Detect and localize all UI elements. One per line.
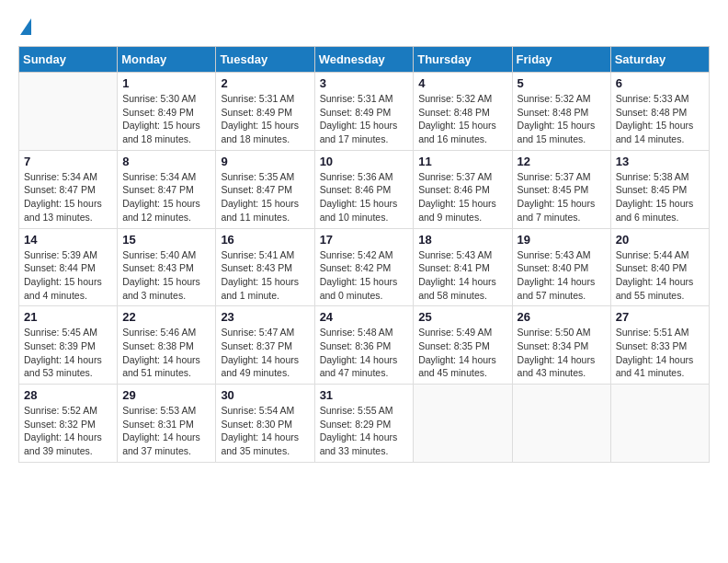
- calendar-cell: 19Sunrise: 5:43 AM Sunset: 8:40 PM Dayli…: [512, 228, 610, 306]
- day-number: 25: [418, 310, 506, 324]
- day-info: Sunrise: 5:44 AM Sunset: 8:40 PM Dayligh…: [616, 248, 704, 303]
- day-info: Sunrise: 5:42 AM Sunset: 8:42 PM Dayligh…: [320, 248, 409, 303]
- day-info: Sunrise: 5:52 AM Sunset: 8:32 PM Dayligh…: [24, 404, 112, 458]
- calendar-header-sunday: Sunday: [19, 47, 118, 73]
- day-info: Sunrise: 5:34 AM Sunset: 8:47 PM Dayligh…: [24, 170, 112, 224]
- day-info: Sunrise: 5:49 AM Sunset: 8:35 PM Dayligh…: [418, 326, 506, 380]
- logo: [18, 18, 31, 31]
- calendar-cell: 9Sunrise: 5:35 AM Sunset: 8:47 PM Daylig…: [216, 150, 314, 228]
- calendar-cell: 6Sunrise: 5:33 AM Sunset: 8:48 PM Daylig…: [610, 73, 709, 151]
- calendar-cell: 23Sunrise: 5:47 AM Sunset: 8:37 PM Dayli…: [216, 306, 314, 385]
- calendar-header-row: SundayMondayTuesdayWednesdayThursdayFrid…: [19, 47, 710, 73]
- day-info: Sunrise: 5:41 AM Sunset: 8:43 PM Dayligh…: [221, 248, 309, 303]
- day-info: Sunrise: 5:53 AM Sunset: 8:31 PM Dayligh…: [122, 404, 210, 458]
- calendar-header-monday: Monday: [118, 47, 216, 73]
- day-number: 20: [616, 233, 704, 247]
- calendar-cell: 26Sunrise: 5:50 AM Sunset: 8:34 PM Dayli…: [512, 306, 610, 385]
- calendar-cell: 1Sunrise: 5:30 AM Sunset: 8:49 PM Daylig…: [118, 73, 216, 151]
- calendar-cell: 30Sunrise: 5:54 AM Sunset: 8:30 PM Dayli…: [216, 385, 314, 463]
- day-info: Sunrise: 5:51 AM Sunset: 8:33 PM Dayligh…: [616, 326, 704, 380]
- calendar-cell: 25Sunrise: 5:49 AM Sunset: 8:35 PM Dayli…: [414, 306, 512, 385]
- calendar-cell: [610, 385, 709, 463]
- day-info: Sunrise: 5:43 AM Sunset: 8:41 PM Dayligh…: [418, 248, 506, 303]
- day-info: Sunrise: 5:54 AM Sunset: 8:30 PM Dayligh…: [221, 404, 309, 458]
- day-info: Sunrise: 5:43 AM Sunset: 8:40 PM Dayligh…: [518, 248, 606, 303]
- calendar-cell: [414, 385, 512, 463]
- day-number: 26: [518, 310, 606, 324]
- calendar-header-tuesday: Tuesday: [216, 47, 314, 73]
- day-number: 30: [221, 388, 309, 402]
- calendar-cell: 8Sunrise: 5:34 AM Sunset: 8:47 PM Daylig…: [118, 150, 216, 228]
- day-number: 2: [221, 76, 309, 90]
- day-number: 8: [122, 155, 210, 168]
- calendar-cell: 12Sunrise: 5:37 AM Sunset: 8:45 PM Dayli…: [512, 150, 610, 228]
- day-number: 1: [122, 76, 210, 90]
- calendar-cell: 27Sunrise: 5:51 AM Sunset: 8:33 PM Dayli…: [610, 306, 709, 385]
- day-info: Sunrise: 5:39 AM Sunset: 8:44 PM Dayligh…: [24, 248, 112, 303]
- calendar-cell: 20Sunrise: 5:44 AM Sunset: 8:40 PM Dayli…: [610, 228, 709, 306]
- calendar-week-2: 7Sunrise: 5:34 AM Sunset: 8:47 PM Daylig…: [19, 150, 710, 228]
- day-number: 24: [320, 310, 409, 324]
- day-info: Sunrise: 5:34 AM Sunset: 8:47 PM Dayligh…: [122, 170, 210, 224]
- day-info: Sunrise: 5:37 AM Sunset: 8:45 PM Dayligh…: [518, 170, 606, 224]
- day-number: 28: [24, 388, 112, 402]
- day-number: 21: [24, 310, 112, 324]
- day-info: Sunrise: 5:55 AM Sunset: 8:29 PM Dayligh…: [320, 404, 409, 458]
- day-number: 31: [320, 388, 409, 402]
- calendar-cell: 7Sunrise: 5:34 AM Sunset: 8:47 PM Daylig…: [19, 150, 118, 228]
- calendar-week-3: 14Sunrise: 5:39 AM Sunset: 8:44 PM Dayli…: [19, 228, 710, 306]
- calendar-cell: 29Sunrise: 5:53 AM Sunset: 8:31 PM Dayli…: [118, 385, 216, 463]
- calendar-cell: 28Sunrise: 5:52 AM Sunset: 8:32 PM Dayli…: [19, 385, 118, 463]
- day-number: 15: [122, 233, 210, 247]
- calendar-header-saturday: Saturday: [610, 47, 709, 73]
- calendar-cell: 3Sunrise: 5:31 AM Sunset: 8:49 PM Daylig…: [314, 73, 414, 151]
- day-info: Sunrise: 5:40 AM Sunset: 8:43 PM Dayligh…: [122, 248, 210, 303]
- logo-triangle-icon: [20, 18, 31, 35]
- calendar-cell: 14Sunrise: 5:39 AM Sunset: 8:44 PM Dayli…: [19, 228, 118, 306]
- day-info: Sunrise: 5:32 AM Sunset: 8:48 PM Dayligh…: [418, 92, 506, 146]
- calendar-cell: 22Sunrise: 5:46 AM Sunset: 8:38 PM Dayli…: [118, 306, 216, 385]
- day-number: 27: [616, 310, 704, 324]
- calendar-cell: 17Sunrise: 5:42 AM Sunset: 8:42 PM Dayli…: [314, 228, 414, 306]
- calendar-week-4: 21Sunrise: 5:45 AM Sunset: 8:39 PM Dayli…: [19, 306, 710, 385]
- calendar-cell: 5Sunrise: 5:32 AM Sunset: 8:48 PM Daylig…: [512, 73, 610, 151]
- day-info: Sunrise: 5:36 AM Sunset: 8:46 PM Dayligh…: [320, 170, 409, 224]
- calendar-cell: 13Sunrise: 5:38 AM Sunset: 8:45 PM Dayli…: [610, 150, 709, 228]
- day-info: Sunrise: 5:30 AM Sunset: 8:49 PM Dayligh…: [122, 92, 210, 146]
- day-number: 18: [418, 233, 506, 247]
- calendar-header-wednesday: Wednesday: [314, 47, 414, 73]
- day-info: Sunrise: 5:33 AM Sunset: 8:48 PM Dayligh…: [616, 92, 704, 146]
- day-number: 17: [320, 233, 409, 247]
- day-number: 16: [221, 233, 309, 247]
- day-info: Sunrise: 5:50 AM Sunset: 8:34 PM Dayligh…: [518, 326, 606, 380]
- calendar-cell: 4Sunrise: 5:32 AM Sunset: 8:48 PM Daylig…: [414, 73, 512, 151]
- day-info: Sunrise: 5:38 AM Sunset: 8:45 PM Dayligh…: [616, 170, 704, 224]
- calendar-cell: [512, 385, 610, 463]
- day-number: 10: [320, 155, 409, 168]
- day-info: Sunrise: 5:48 AM Sunset: 8:36 PM Dayligh…: [320, 326, 409, 380]
- page-header: [18, 18, 710, 31]
- day-info: Sunrise: 5:37 AM Sunset: 8:46 PM Dayligh…: [418, 170, 506, 224]
- day-number: 12: [518, 155, 606, 168]
- calendar-cell: 21Sunrise: 5:45 AM Sunset: 8:39 PM Dayli…: [19, 306, 118, 385]
- day-number: 14: [24, 233, 112, 247]
- day-info: Sunrise: 5:31 AM Sunset: 8:49 PM Dayligh…: [320, 92, 409, 146]
- calendar-cell: 31Sunrise: 5:55 AM Sunset: 8:29 PM Dayli…: [314, 385, 414, 463]
- calendar-header-friday: Friday: [512, 47, 610, 73]
- calendar-cell: 11Sunrise: 5:37 AM Sunset: 8:46 PM Dayli…: [414, 150, 512, 228]
- day-info: Sunrise: 5:35 AM Sunset: 8:47 PM Dayligh…: [221, 170, 309, 224]
- calendar-cell: [19, 73, 118, 151]
- calendar-cell: 18Sunrise: 5:43 AM Sunset: 8:41 PM Dayli…: [414, 228, 512, 306]
- day-info: Sunrise: 5:47 AM Sunset: 8:37 PM Dayligh…: [221, 326, 309, 380]
- day-number: 5: [518, 76, 606, 90]
- day-number: 23: [221, 310, 309, 324]
- day-number: 22: [122, 310, 210, 324]
- calendar-table: SundayMondayTuesdayWednesdayThursdayFrid…: [18, 46, 710, 463]
- calendar-cell: 24Sunrise: 5:48 AM Sunset: 8:36 PM Dayli…: [314, 306, 414, 385]
- day-number: 29: [122, 388, 210, 402]
- day-info: Sunrise: 5:45 AM Sunset: 8:39 PM Dayligh…: [24, 326, 112, 380]
- calendar-week-1: 1Sunrise: 5:30 AM Sunset: 8:49 PM Daylig…: [19, 73, 710, 151]
- day-info: Sunrise: 5:31 AM Sunset: 8:49 PM Dayligh…: [221, 92, 309, 146]
- calendar-cell: 15Sunrise: 5:40 AM Sunset: 8:43 PM Dayli…: [118, 228, 216, 306]
- day-number: 6: [616, 76, 704, 90]
